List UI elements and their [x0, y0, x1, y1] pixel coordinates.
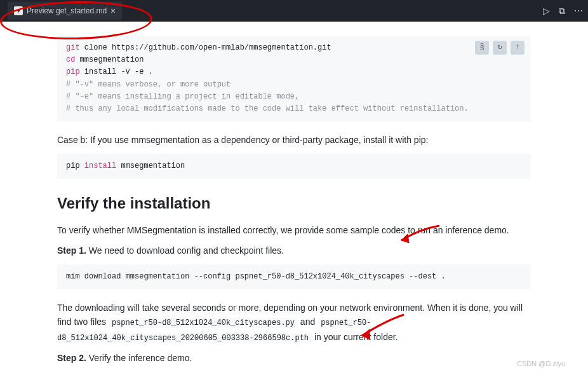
download-result: The downloading will take several second… [57, 301, 531, 345]
watermark: CSDN @D.ziyu [517, 360, 565, 367]
scroll-up-button[interactable]: ↑ [511, 41, 525, 55]
section-button[interactable]: § [475, 41, 489, 55]
case-b-text: Case b: If you use mmsegmentation as a d… [57, 133, 531, 147]
tab-actions: ▷ ⧉ ⋯ [543, 6, 583, 17]
step-1: Step 1. We need to download config and c… [57, 243, 531, 257]
markdown-icon: ▾ [14, 6, 23, 15]
step-2: Step 2. Verify the inference demo. [57, 351, 531, 365]
reload-button[interactable]: ↻ [493, 41, 507, 55]
code-block-install-source: § ↻ ↑ git clone https://github.com/open-… [57, 36, 531, 121]
run-icon[interactable]: ▷ [543, 6, 550, 16]
code-block-pip-install: pip install mmsegmentation [57, 154, 531, 179]
split-icon[interactable]: ⧉ [559, 6, 565, 17]
verify-intro: To verify whether MMSegmentation is inst… [57, 223, 531, 237]
code-block-mim-download: mim download mmsegmentation --config psp… [57, 264, 531, 289]
code-toolbar: § ↻ ↑ [475, 41, 525, 55]
tab-title: Preview get_started.md [27, 6, 107, 15]
editor-tab[interactable]: ▾ Preview get_started.md × [8, 2, 122, 20]
heading-verify: Verify the installation [57, 191, 531, 216]
more-icon[interactable]: ⋯ [574, 6, 583, 16]
close-icon[interactable]: × [110, 6, 116, 15]
file-config: pspnet_r50-d8_512x1024_40k_cityscapes.py [109, 318, 298, 328]
tab-bar: ▾ Preview get_started.md × ▷ ⧉ ⋯ [0, 0, 588, 22]
document-content: § ↻ ↑ git clone https://github.com/open-… [0, 22, 588, 370]
